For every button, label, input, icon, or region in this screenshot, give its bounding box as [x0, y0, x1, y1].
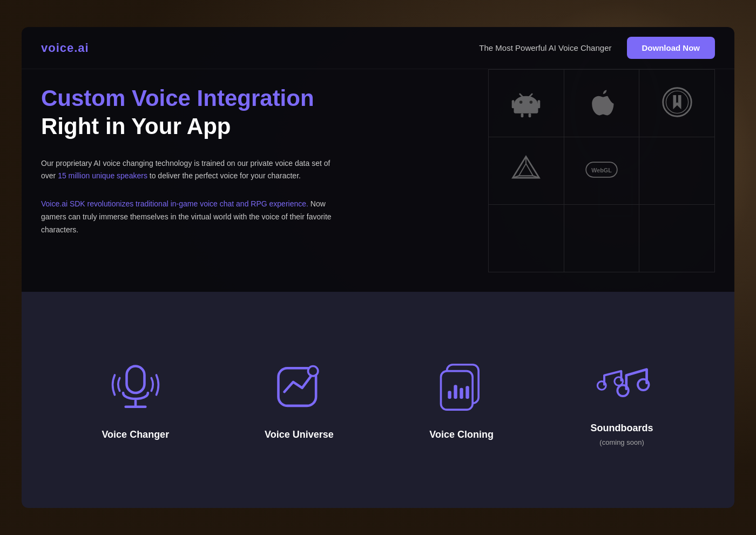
hero-sdk-highlight: Voice.ai SDK revolutionizes traditional …: [41, 199, 308, 208]
svg-rect-7: [512, 100, 515, 108]
hero-description: Our proprietary AI voice changing techno…: [41, 157, 343, 183]
android-icon: [510, 86, 542, 121]
svg-rect-27: [448, 391, 451, 399]
unreal-icon: [661, 86, 693, 121]
platform-apple: [564, 70, 640, 137]
voice-universe-label: Voice Universe: [265, 429, 334, 440]
platform-empty: [639, 137, 715, 205]
webgl-icon: WebGL: [585, 153, 618, 188]
hero-title-white: Right in Your App: [41, 113, 467, 139]
svg-rect-20: [126, 366, 144, 393]
voice-changer-label: Voice Changer: [102, 429, 169, 440]
nav-right: The Most Powerful AI Voice Changer Downl…: [479, 37, 715, 59]
navbar: voice.ai The Most Powerful AI Voice Chan…: [22, 27, 734, 69]
svg-rect-9: [521, 113, 524, 118]
svg-point-4: [530, 101, 533, 104]
unity-icon: [510, 153, 542, 188]
nav-tagline: The Most Powerful AI Voice Changer: [479, 43, 611, 52]
hero-desc-end: to deliver the perfect voice for your ch…: [147, 171, 301, 180]
platform-unity: [489, 137, 564, 205]
apple-icon: [585, 86, 618, 121]
svg-text:WebGL: WebGL: [591, 167, 612, 173]
platform-unreal: [639, 70, 715, 137]
logo-text: voice.ai: [41, 41, 89, 55]
voice-cloning-icon: [429, 355, 494, 419]
hero-content: Custom Voice Integration Right in Your A…: [22, 69, 734, 292]
svg-point-3: [519, 101, 523, 104]
download-now-button[interactable]: Download Now: [627, 37, 716, 59]
svg-rect-8: [538, 100, 541, 108]
svg-rect-2: [514, 106, 538, 113]
svg-rect-28: [454, 385, 457, 399]
feature-voice-universe: Voice Universe: [265, 355, 334, 440]
hero-desc-highlight: 15 million unique speakers: [58, 171, 147, 180]
feature-voice-changer: Voice Changer: [102, 355, 169, 440]
svg-rect-10: [529, 113, 531, 118]
feature-voice-cloning: Voice Cloning: [429, 355, 494, 440]
voice-universe-icon: [267, 355, 332, 419]
svg-line-6: [529, 94, 532, 97]
platform-empty3: [564, 205, 640, 272]
hero-sdk-text: Voice.ai SDK revolutionizes traditional …: [41, 198, 343, 236]
platform-grid: WebGL: [488, 69, 715, 272]
voice-cloning-label: Voice Cloning: [429, 429, 494, 440]
feature-soundboards: Soundboards (coming soon): [590, 348, 654, 446]
hero-title-colored: Custom Voice Integration: [41, 85, 467, 111]
svg-point-24: [308, 366, 318, 376]
bottom-section: Voice Changer Voice Universe: [22, 292, 734, 508]
soundboards-icon: [590, 348, 654, 413]
platform-empty2: [489, 205, 564, 272]
svg-rect-30: [465, 386, 469, 399]
soundboards-label: Soundboards: [591, 423, 653, 434]
svg-line-5: [520, 94, 523, 97]
voice-changer-icon: [103, 355, 168, 419]
logo: voice.ai: [41, 41, 89, 55]
soundboards-sublabel: (coming soon): [599, 438, 644, 446]
platform-android: [489, 70, 564, 137]
hero-left: Custom Voice Integration Right in Your A…: [41, 69, 467, 272]
platform-webgl: WebGL: [564, 137, 640, 205]
platform-empty4: [639, 205, 715, 272]
svg-point-33: [617, 385, 628, 396]
top-section: voice.ai The Most Powerful AI Voice Chan…: [22, 27, 734, 292]
svg-rect-29: [460, 387, 463, 398]
main-container: voice.ai The Most Powerful AI Voice Chan…: [22, 27, 734, 508]
svg-point-34: [638, 379, 649, 390]
